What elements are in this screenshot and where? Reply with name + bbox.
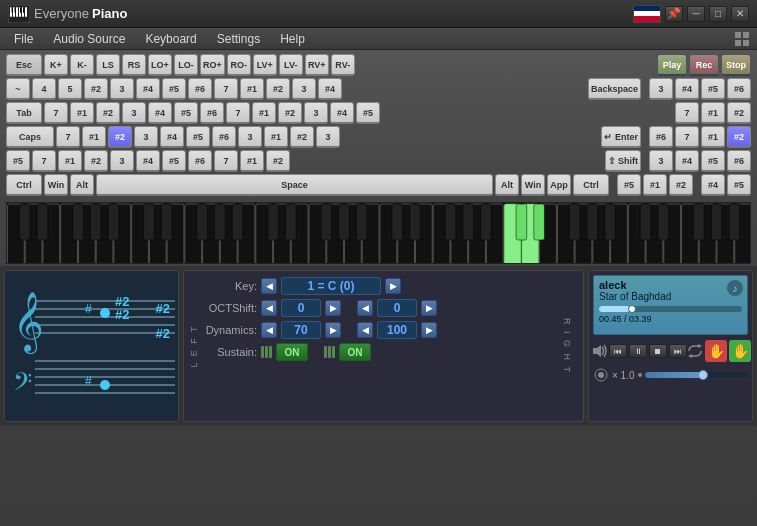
black-key-32[interactable] xyxy=(587,204,598,240)
black-key-8[interactable] xyxy=(161,204,172,240)
esc-key[interactable]: Esc xyxy=(6,54,42,76)
rp2-h2[interactable]: #2 xyxy=(727,102,751,124)
r4-3[interactable]: 3 xyxy=(110,150,134,172)
black-key-12[interactable] xyxy=(232,204,243,240)
menu-settings[interactable]: Settings xyxy=(207,30,270,48)
r4-h2b[interactable]: #2 xyxy=(266,150,290,172)
r2-h2[interactable]: #2 xyxy=(96,102,120,124)
r4-7[interactable]: 7 xyxy=(32,150,56,172)
rp5-h1[interactable]: #1 xyxy=(643,174,667,196)
rp5-h5b[interactable]: #5 xyxy=(727,174,751,196)
key-4[interactable]: 4 xyxy=(32,78,56,100)
octshift-right-arrow-r[interactable]: ▶ xyxy=(421,300,437,316)
ro-minus-key[interactable]: RO- xyxy=(227,54,251,76)
rp5-h2[interactable]: #2 xyxy=(669,174,693,196)
r4-h5b[interactable]: #5 xyxy=(162,150,186,172)
menu-file[interactable]: File xyxy=(4,30,43,48)
r4-h1b[interactable]: #1 xyxy=(240,150,264,172)
lv-minus-key[interactable]: LV- xyxy=(279,54,303,76)
black-key-1[interactable] xyxy=(37,204,48,240)
rp3-h2-highlighted[interactable]: #2 xyxy=(727,126,751,148)
k-minus-key[interactable]: K- xyxy=(70,54,94,76)
rp4-h4[interactable]: #4 xyxy=(675,150,699,172)
lo-plus-key[interactable]: LO+ xyxy=(148,54,172,76)
r4-h4[interactable]: #4 xyxy=(136,150,160,172)
r2-h4b[interactable]: #4 xyxy=(330,102,354,124)
rp4-h5[interactable]: #5 xyxy=(701,150,725,172)
win-key-r[interactable]: Win xyxy=(521,174,545,196)
caps-key[interactable]: Caps xyxy=(6,126,54,148)
app-key[interactable]: App xyxy=(547,174,571,196)
key-hash4-1[interactable]: #4 xyxy=(136,78,160,100)
rp5-h5[interactable]: #5 xyxy=(617,174,641,196)
r3-h1b[interactable]: #1 xyxy=(264,126,288,148)
octshift-right-arrow-l[interactable]: ◀ xyxy=(357,300,373,316)
black-key-33[interactable] xyxy=(605,204,616,240)
black-key-10[interactable] xyxy=(197,204,208,240)
r3-h4[interactable]: #4 xyxy=(160,126,184,148)
next-button[interactable]: ⏭ xyxy=(669,344,687,358)
menu-keyboard[interactable]: Keyboard xyxy=(135,30,206,48)
r4-h2[interactable]: #2 xyxy=(84,150,108,172)
r2-h6[interactable]: #6 xyxy=(200,102,224,124)
dynamics-right-arrow-r[interactable]: ▶ xyxy=(421,322,437,338)
r2-h2b[interactable]: #2 xyxy=(278,102,302,124)
backspace-key[interactable]: Backspace xyxy=(588,78,641,100)
hand-green-icon[interactable]: ✋ xyxy=(729,340,751,362)
dynamics-left-arrow-r[interactable]: ▶ xyxy=(325,322,341,338)
black-key-17[interactable] xyxy=(321,204,332,240)
black-key-24[interactable] xyxy=(445,204,456,240)
r2-3[interactable]: 3 xyxy=(122,102,146,124)
menu-audio-source[interactable]: Audio Source xyxy=(43,30,135,48)
r2-h4[interactable]: #4 xyxy=(148,102,172,124)
key-hash5-1[interactable]: #5 xyxy=(162,78,186,100)
rs-key[interactable]: RS xyxy=(122,54,146,76)
black-key-18[interactable] xyxy=(339,204,350,240)
tab-key[interactable]: Tab xyxy=(6,102,42,124)
key-5[interactable]: 5 xyxy=(58,78,82,100)
rp2-7[interactable]: 7 xyxy=(675,102,699,124)
key-3-2[interactable]: 3 xyxy=(292,78,316,100)
black-key-3[interactable] xyxy=(73,204,84,240)
black-key-22[interactable] xyxy=(410,204,421,240)
stop-ctrl-button[interactable]: ⏹ xyxy=(649,344,667,358)
rp-hash6-1[interactable]: #6 xyxy=(727,78,751,100)
rp4-h6[interactable]: #6 xyxy=(727,150,751,172)
rp-hash4-1[interactable]: #4 xyxy=(675,78,699,100)
r2-h1b[interactable]: #1 xyxy=(252,102,276,124)
rec-button[interactable]: Rec xyxy=(689,54,719,76)
menu-help[interactable]: Help xyxy=(270,30,315,48)
hand-red-icon[interactable]: ✋ xyxy=(705,340,727,362)
k-plus-key[interactable]: K+ xyxy=(44,54,68,76)
close-button[interactable]: ✕ xyxy=(731,6,749,22)
rp4-3[interactable]: 3 xyxy=(649,150,673,172)
r3-7[interactable]: 7 xyxy=(56,126,80,148)
enter-key[interactable]: ↵ Enter xyxy=(601,126,641,148)
ls-key[interactable]: LS xyxy=(96,54,120,76)
stop-button[interactable]: Stop xyxy=(721,54,751,76)
sustain-left-on[interactable]: ON xyxy=(276,343,308,361)
black-key-7[interactable] xyxy=(144,204,155,240)
rp2-h1[interactable]: #1 xyxy=(701,102,725,124)
r2-3b[interactable]: 3 xyxy=(304,102,328,124)
black-key-31[interactable] xyxy=(569,204,580,240)
black-key-19[interactable] xyxy=(356,204,367,240)
maximize-button[interactable]: □ xyxy=(709,6,727,22)
ctrl-key-r[interactable]: Ctrl xyxy=(573,174,609,196)
black-key-14[interactable] xyxy=(268,204,279,240)
r2-h5[interactable]: #5 xyxy=(174,102,198,124)
r2-7[interactable]: 7 xyxy=(44,102,68,124)
r3-h2b[interactable]: #2 xyxy=(290,126,314,148)
rp3-7[interactable]: 7 xyxy=(675,126,699,148)
alt-key-r[interactable]: Alt xyxy=(495,174,519,196)
rv-plus-key[interactable]: RV+ xyxy=(305,54,329,76)
r3-h1[interactable]: #1 xyxy=(82,126,106,148)
black-key-40[interactable] xyxy=(729,204,740,240)
r4-7b[interactable]: 7 xyxy=(214,150,238,172)
black-key-11[interactable] xyxy=(215,204,226,240)
black-key-0[interactable] xyxy=(19,204,30,240)
lv-plus-key[interactable]: LV+ xyxy=(253,54,277,76)
r3-3c[interactable]: 3 xyxy=(316,126,340,148)
black-key-35[interactable] xyxy=(640,204,651,240)
r3-h5[interactable]: #5 xyxy=(186,126,210,148)
